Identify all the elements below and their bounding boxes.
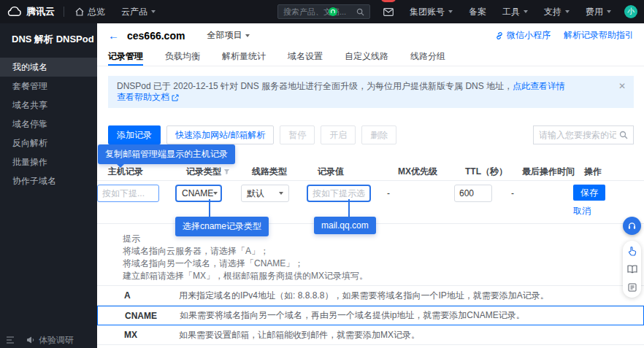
sidebar: DNS 解析 DNSPod 我的域名 套餐管理 域名共享 域名停靠 反向解析 批… <box>0 23 97 348</box>
column-record-value: 记录值 <box>318 166 398 178</box>
close-icon[interactable]: ✕ <box>618 81 626 92</box>
help-guide-label: 解析记录帮助指引 <box>564 29 634 42</box>
tab-custom-lines[interactable]: 自定义线路 <box>345 47 388 66</box>
line-type-value: 默认 <box>247 187 264 200</box>
home-icon <box>75 7 84 16</box>
nav-billing-label: 费用 <box>586 6 603 18</box>
add-record-button[interactable]: 添加记录 <box>108 125 161 144</box>
tab-record-management[interactable]: 记录管理 <box>108 47 143 66</box>
helper-panel <box>623 241 641 298</box>
tencent-cloud-logo[interactable]: 腾讯云 <box>0 5 64 18</box>
nav-products-menu[interactable]: 云产品 <box>113 0 164 23</box>
host-record-input[interactable] <box>97 185 159 202</box>
message-count-badge: 99+ <box>381 0 396 2</box>
sidebar-item-reverse-dns[interactable]: 反向解析 <box>0 134 97 152</box>
brand-label: 腾讯云 <box>26 5 55 18</box>
nav-group-account-menu[interactable]: 集团账号 <box>402 0 461 23</box>
pause-button[interactable]: 暂停 <box>280 125 315 144</box>
sidebar-item-my-domains[interactable]: 我的域名 <box>0 58 97 77</box>
guide-hand-button[interactable] <box>626 245 638 257</box>
record-type-select[interactable]: CNAME <box>175 185 222 202</box>
docs-button[interactable] <box>626 263 638 275</box>
record-type-callout: 选择cname记录类型 <box>175 217 269 236</box>
project-filter-dropdown[interactable]: 全部项目 <box>207 29 250 42</box>
record-search[interactable] <box>533 125 634 144</box>
tab-resolution-statistics[interactable]: 解析量统计 <box>222 47 266 66</box>
callout-connector <box>209 199 210 217</box>
header-links: 微信小程序 解析记录帮助指引 <box>495 29 634 42</box>
column-line-type: 线路类型 <box>252 166 318 178</box>
chevron-down-icon <box>448 10 453 13</box>
collapse-sidebar-icon[interactable] <box>6 336 15 344</box>
tab-domain-settings[interactable]: 域名设置 <box>288 47 323 66</box>
tips-line: 将域名指向另一个域名，请选择「CNAME」； <box>123 259 644 268</box>
mx-priority-value: - <box>387 185 454 202</box>
filter-icon[interactable] <box>223 169 230 175</box>
headset-icon <box>627 221 637 231</box>
user-avatar[interactable]: 小 <box>624 5 637 18</box>
ttl-input[interactable] <box>454 185 492 202</box>
nav-divider <box>64 7 64 17</box>
help-guide-link[interactable]: 解析记录帮助指引 <box>564 29 634 42</box>
host-record-tooltip: 复制邮箱管理端显示的主机记录 <box>98 144 235 164</box>
sidebar-item-plan-management[interactable]: 套餐管理 <box>0 77 97 96</box>
nav-beian[interactable]: 备案 <box>461 0 494 23</box>
enable-button[interactable]: 开启 <box>321 125 356 144</box>
nav-support-label: 支持 <box>544 6 561 18</box>
hand-pointer-icon <box>628 246 637 256</box>
sidebar-nav: 我的域名 套餐管理 域名共享 域名停靠 反向解析 批量操作 协作子域名 <box>0 58 97 190</box>
nav-beian-label: 备案 <box>469 6 486 18</box>
top-navbar: 腾讯云 总览 云产品 小程序 99+ 集团账号 <box>0 0 644 23</box>
external-link-icon <box>172 94 179 101</box>
row-actions: 保存 取消 <box>573 185 644 217</box>
line-type-select[interactable]: 默认 <box>241 185 289 202</box>
survey-link[interactable]: 体验调研 <box>26 334 74 347</box>
feedback-button[interactable] <box>626 282 638 293</box>
tab-bar: 记录管理 负载均衡 解析量统计 域名设置 自定义线路 线路分组 <box>97 47 644 66</box>
banner-detail-link[interactable]: 点此查看详情 <box>513 81 565 91</box>
sidebar-item-domain-sharing[interactable]: 域名共享 <box>0 96 97 115</box>
record-search-input[interactable] <box>539 130 616 140</box>
search-icon[interactable] <box>356 8 364 16</box>
nav-messages[interactable]: 99+ <box>375 0 402 23</box>
banner-line2: 查看帮助文档 <box>117 92 607 103</box>
chevron-down-icon <box>245 34 250 37</box>
nav-billing-menu[interactable]: 费用 <box>578 0 619 23</box>
nav-tools-menu[interactable]: 工具 <box>494 0 536 23</box>
sidebar-footer: 体验调研 <box>0 332 97 348</box>
record-value-input[interactable] <box>307 185 371 202</box>
chevron-down-icon <box>279 192 283 195</box>
sidebar-item-batch-operations[interactable]: 批量操作 <box>0 152 97 171</box>
column-actions: 操作 <box>584 166 644 178</box>
tips-block: 提示 将域名指向云服务器，请选择「A」； 将域名指向另一个域名，请选择「CNAM… <box>123 234 644 281</box>
wechat-mini-program-link[interactable]: 微信小程序 <box>495 29 551 42</box>
record-type-value: CNAME <box>182 188 213 198</box>
search-icon[interactable] <box>619 131 628 139</box>
topnav-search[interactable] <box>277 4 370 19</box>
tab-line-groups[interactable]: 线路分组 <box>410 47 445 66</box>
topnav-search-input[interactable] <box>283 7 353 16</box>
quick-add-button[interactable]: 快速添加网站/邮箱解析 <box>166 125 274 144</box>
record-table: 主机记录 记录类型 线路类型 记录值 MX优先级 TTL（秒） 最后操作时间 操… <box>97 163 644 224</box>
banner-doc-link[interactable]: 查看帮助文档 <box>117 92 169 103</box>
tab-load-balancing[interactable]: 负载均衡 <box>165 47 200 66</box>
book-icon <box>627 265 637 274</box>
type-row-a: A 用来指定域名的IPv4地址（如: 8.8.8.8），如果需要将域名指向一个I… <box>97 286 644 306</box>
nav-overview-label: 总览 <box>88 6 105 18</box>
sidebar-item-domain-parking[interactable]: 域名停靠 <box>0 115 97 134</box>
nav-overview[interactable]: 总览 <box>67 0 113 23</box>
chevron-down-icon <box>607 10 611 13</box>
customer-service-button[interactable] <box>623 217 641 235</box>
sidebar-item-collaborative-subdomains[interactable]: 协作子域名 <box>0 171 97 190</box>
delete-button[interactable]: 删除 <box>361 125 396 144</box>
cancel-button[interactable]: 取消 <box>573 205 591 217</box>
mini-program-icon <box>329 7 337 16</box>
back-button[interactable]: ← <box>108 30 119 41</box>
chevron-down-icon <box>565 10 570 13</box>
nav-support-menu[interactable]: 支持 <box>536 0 578 23</box>
save-button[interactable]: 保存 <box>573 185 605 201</box>
link-icon <box>495 31 504 40</box>
tips-line: 建立邮箱请选择「MX」，根据邮箱服务商提供的MX记录填写。 <box>123 271 644 281</box>
record-toolbar: 添加记录 快速添加网站/邮箱解析 暂停 开启 删除 <box>108 125 634 144</box>
type-row-cname: CNAME 如果需要将域名指向另一个域名，再由另一个域名提供ip地址，就需要添加… <box>97 306 644 325</box>
